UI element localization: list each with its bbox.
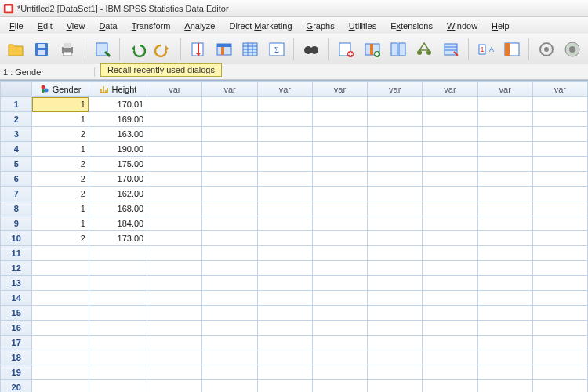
cell[interactable] xyxy=(147,365,202,380)
cell[interactable] xyxy=(532,157,587,172)
cell[interactable] xyxy=(532,187,587,201)
cell[interactable] xyxy=(368,365,423,380)
data-grid[interactable]: GenderHeightvarvarvarvarvarvarvarvar 111… xyxy=(0,80,588,392)
cell[interactable]: 173.00 xyxy=(89,231,147,246)
cell[interactable] xyxy=(477,350,532,365)
cell[interactable] xyxy=(147,97,202,112)
menu-transform[interactable]: Transform xyxy=(125,20,177,32)
column-header-var[interactable]: var xyxy=(368,82,423,97)
cell[interactable] xyxy=(368,201,423,216)
cell[interactable] xyxy=(423,112,477,127)
cell[interactable] xyxy=(532,336,587,350)
cell[interactable] xyxy=(423,306,477,321)
run-descriptives-button[interactable]: Σ xyxy=(266,38,287,61)
column-header-var[interactable]: var xyxy=(312,82,367,97)
cell[interactable] xyxy=(423,142,477,157)
cell[interactable] xyxy=(312,97,367,112)
show-all-variables-button[interactable] xyxy=(535,38,557,61)
cell[interactable] xyxy=(89,261,147,276)
cell[interactable] xyxy=(257,201,312,216)
cell[interactable] xyxy=(202,127,257,142)
cell[interactable]: 163.00 xyxy=(89,127,147,142)
goto-variable-button[interactable] xyxy=(213,38,234,61)
cell[interactable] xyxy=(312,276,367,291)
cell[interactable]: 1 xyxy=(32,201,89,216)
split-file-button[interactable] xyxy=(387,38,408,61)
cell[interactable] xyxy=(257,187,312,201)
row-number[interactable]: 20 xyxy=(1,380,32,393)
cell[interactable]: 1 xyxy=(32,216,89,231)
cell[interactable] xyxy=(423,216,477,231)
cell[interactable] xyxy=(32,380,89,393)
menu-edit[interactable]: Edit xyxy=(31,20,59,32)
cell[interactable] xyxy=(477,157,532,172)
cell[interactable] xyxy=(89,336,147,350)
cell[interactable] xyxy=(368,112,423,127)
cell[interactable]: 2 xyxy=(32,127,89,142)
cell[interactable] xyxy=(202,97,257,112)
cell[interactable] xyxy=(368,261,423,276)
cell[interactable] xyxy=(312,350,367,365)
cell[interactable] xyxy=(202,112,257,127)
row-number[interactable]: 11 xyxy=(1,246,32,261)
menu-file[interactable]: File xyxy=(3,20,30,32)
cell[interactable] xyxy=(257,276,312,291)
cell[interactable] xyxy=(32,350,89,365)
cell[interactable] xyxy=(202,216,257,231)
cell[interactable] xyxy=(532,246,587,261)
cell[interactable] xyxy=(89,306,147,321)
row-number[interactable]: 18 xyxy=(1,350,32,365)
cell[interactable] xyxy=(89,291,147,306)
use-variable-sets-button[interactable] xyxy=(501,38,522,61)
cell[interactable] xyxy=(257,246,312,261)
row-number[interactable]: 5 xyxy=(1,157,32,172)
cell[interactable] xyxy=(257,261,312,276)
cell[interactable] xyxy=(423,336,477,350)
column-header-gender[interactable]: Gender xyxy=(32,82,89,97)
row-number[interactable]: 16 xyxy=(1,321,32,336)
cell[interactable] xyxy=(147,142,202,157)
cell[interactable] xyxy=(202,321,257,336)
cell[interactable] xyxy=(257,216,312,231)
cell[interactable] xyxy=(532,365,587,380)
row-number[interactable]: 7 xyxy=(1,187,32,201)
row-number[interactable]: 9 xyxy=(1,216,32,231)
cell[interactable] xyxy=(368,380,423,393)
row-number[interactable]: 3 xyxy=(1,127,32,142)
recall-dialogs-button[interactable] xyxy=(92,38,113,61)
cell[interactable] xyxy=(147,276,202,291)
cell[interactable] xyxy=(89,321,147,336)
cell[interactable] xyxy=(532,306,587,321)
column-header-var[interactable]: var xyxy=(423,82,477,97)
cell[interactable] xyxy=(423,261,477,276)
cell[interactable] xyxy=(423,172,477,187)
cell[interactable] xyxy=(532,261,587,276)
cell[interactable] xyxy=(89,380,147,393)
menu-help[interactable]: Help xyxy=(485,20,516,32)
undo-button[interactable] xyxy=(126,38,147,61)
cell[interactable] xyxy=(202,187,257,201)
cell[interactable] xyxy=(477,187,532,201)
cell[interactable] xyxy=(32,365,89,380)
cell[interactable]: 1 xyxy=(32,112,89,127)
menu-direct-marketing[interactable]: Direct Marketing xyxy=(223,20,298,32)
row-number[interactable]: 6 xyxy=(1,172,32,187)
cell[interactable] xyxy=(89,276,147,291)
column-header-var[interactable]: var xyxy=(477,82,532,97)
cell[interactable] xyxy=(423,97,477,112)
print-button[interactable] xyxy=(57,38,78,61)
cell[interactable] xyxy=(477,336,532,350)
cell[interactable] xyxy=(312,127,367,142)
cell[interactable] xyxy=(257,365,312,380)
cell[interactable] xyxy=(368,127,423,142)
cell[interactable] xyxy=(423,187,477,201)
cell[interactable] xyxy=(147,336,202,350)
cell[interactable] xyxy=(532,97,587,112)
cell[interactable] xyxy=(147,306,202,321)
cell[interactable] xyxy=(477,231,532,246)
cell[interactable] xyxy=(147,261,202,276)
cell[interactable] xyxy=(532,276,587,291)
menu-data[interactable]: Data xyxy=(93,20,123,32)
cell[interactable] xyxy=(423,201,477,216)
cell[interactable] xyxy=(312,321,367,336)
